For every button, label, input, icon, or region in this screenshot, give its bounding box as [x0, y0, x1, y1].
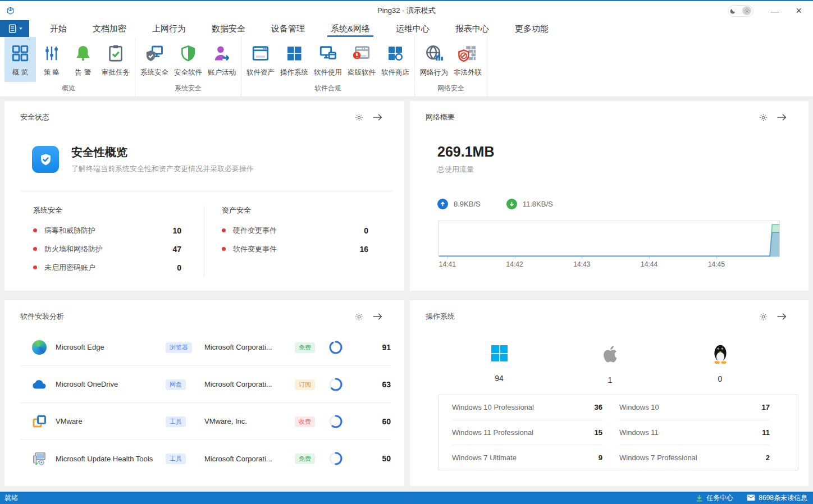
file-menu-icon: [7, 24, 17, 34]
list-item[interactable]: 病毒和威胁防护 10: [33, 221, 181, 240]
download-arrow-icon: [506, 199, 517, 209]
network-traffic-chart: [439, 221, 780, 257]
tab-system-network[interactable]: 系统&网络: [318, 20, 383, 37]
install-ratio-ring: [328, 451, 343, 466]
app-window: Ping32 - 演示模式 — × 开始 文档加密 上网行为: [0, 0, 813, 504]
total-traffic-label: 总使用流量: [437, 164, 474, 175]
software-row-edge[interactable]: Microsoft Edge 浏览器 Microsoft Corporati..…: [20, 329, 391, 366]
caret-down-icon: [19, 28, 22, 30]
install-ratio-ring: [328, 340, 343, 355]
ribbon-button-system-security[interactable]: 系统安全: [138, 37, 171, 82]
approval-clipboard-icon: [105, 42, 126, 65]
gear-icon[interactable]: [355, 313, 363, 321]
list-item[interactable]: 防火墙和网络防护 47: [33, 240, 181, 258]
list-item[interactable]: 硬件变更事件 0: [222, 221, 368, 240]
ribbon-button-software-usage[interactable]: 软件使用: [311, 37, 345, 82]
theme-toggle[interactable]: [728, 5, 753, 17]
ribbon-button-account-activity[interactable]: 账户活动: [205, 37, 239, 82]
red-dot-icon: [33, 228, 37, 232]
green-shield-icon: [177, 42, 199, 65]
ribbon-button-approval-tasks[interactable]: 审批任务: [99, 37, 133, 82]
arrow-right-icon[interactable]: [777, 113, 787, 121]
tab-web-behavior[interactable]: 上网行为: [139, 20, 199, 37]
arrow-right-icon[interactable]: [777, 313, 787, 320]
tab-more-features[interactable]: 更多功能: [502, 20, 561, 37]
install-ratio-ring: [328, 414, 343, 429]
chart-tick-label: 14:44: [641, 260, 657, 268]
chart-tick-label: 14:45: [708, 260, 725, 268]
msupdate-app-icon: [32, 451, 47, 466]
ribbon-button-security-software[interactable]: 安全软件: [171, 37, 205, 82]
file-menu-button[interactable]: [0, 20, 29, 37]
red-dot-icon: [33, 247, 37, 251]
ribbon-button-overview[interactable]: 概 览: [4, 37, 36, 82]
windows-squares-icon: [284, 42, 305, 65]
tab-device-management[interactable]: 设备管理: [258, 20, 318, 37]
category-badge: 工具: [166, 453, 186, 464]
ribbon-button-operating-system[interactable]: 操作系统: [277, 37, 311, 82]
price-badge: 订阅: [295, 379, 315, 390]
ribbon-button-software-store[interactable]: 软件商店: [378, 37, 412, 82]
ribbon-button-network-behavior[interactable]: 网络行为: [417, 37, 451, 82]
install-count: 50: [373, 454, 391, 463]
table-row: Windows 7 Professional 2: [619, 445, 770, 470]
unread-messages-button[interactable]: 8698条未读信息: [747, 493, 807, 503]
panel-software-analysis: 软件安装分析 Microsoft Edge 浏览器 Microsoft Corp…: [4, 300, 404, 486]
download-tray-icon: [696, 494, 703, 502]
ribbon-group-label: 网络安全: [417, 82, 485, 97]
ribbon-button-pirated-software[interactable]: 盗版软件: [345, 37, 378, 82]
tab-doc-encryption[interactable]: 文档加密: [80, 20, 139, 37]
arrow-right-icon[interactable]: [372, 113, 383, 121]
security-overview-subtitle: 了解终端当前系统安全性和资产变更情况并采取必要操作: [71, 164, 254, 174]
tab-report-center[interactable]: 报表中心: [442, 20, 502, 37]
edge-app-icon: [32, 340, 47, 355]
software-row-vmware[interactable]: VMware 工具 VMware, Inc. 收费 60: [20, 403, 391, 440]
list-item[interactable]: 未启用密码账户 0: [33, 258, 181, 277]
panel-security-status: 安全状态 安全性概览 了解终端当前系统安全性和资产变更情况并采取必要操作: [4, 101, 404, 291]
ribbon-group-overview: 概 览 策 略 告 警: [4, 37, 135, 97]
ribbon-group-label: 系统安全: [138, 82, 239, 97]
network-chart-ticks: 14:4114:4214:4314:4414:45: [439, 260, 780, 269]
total-traffic-value: 269.1MB: [437, 144, 494, 160]
os-version-table: Windows 10 Professional 36 Windows 10 17…: [438, 395, 798, 470]
linux-tux-icon: [711, 343, 730, 366]
ribbon-button-alerts[interactable]: 告 警: [67, 37, 99, 82]
user-arrow-icon: [211, 42, 232, 65]
list-item[interactable]: 软件变更事件 16: [222, 240, 368, 258]
panel-network-summary: 网络概要 269.1MB 总使用流量 8.9KB/S: [410, 101, 809, 291]
tab-data-security[interactable]: 数据安全: [199, 20, 258, 37]
system-security-column: 系统安全 病毒和威胁防护 10 防火墙和网络防护 47 未启用密码账户: [33, 205, 181, 277]
close-button[interactable]: ×: [796, 6, 802, 16]
asset-security-column: 资产安全 硬件变更事件 0 软件变更事件 16: [204, 205, 368, 277]
statusbar: 就绪 任务中心 8698条未读信息: [0, 492, 813, 504]
tab-ops-center[interactable]: 运维中心: [383, 20, 442, 37]
ribbon-button-software-assets[interactable]: 软件资产: [244, 37, 277, 82]
software-row-onedrive[interactable]: Microsoft OneDrive 网盘 Microsoft Corporat…: [20, 366, 391, 403]
table-row: Windows 11 Professional 15: [452, 420, 602, 446]
gear-icon[interactable]: [355, 113, 363, 122]
vmware-app-icon: [32, 414, 47, 429]
minimize-button[interactable]: —: [770, 7, 779, 15]
panel-title: 网络概要: [426, 112, 455, 122]
table-row: Windows 7 Ultimate 9: [452, 445, 602, 470]
install-count: 63: [373, 380, 391, 389]
ribbon-button-policy[interactable]: 策 略: [36, 37, 67, 82]
software-row-update-health-tools[interactable]: Microsoft Update Health Tools 工具 Microso…: [20, 440, 391, 477]
chart-tick-label: 14:42: [506, 260, 523, 268]
os-apple-summary: 1: [600, 343, 620, 384]
titlebar: Ping32 - 演示模式 — ×: [0, 1, 813, 20]
arrow-right-icon[interactable]: [372, 313, 383, 320]
task-center-button[interactable]: 任务中心: [696, 493, 733, 503]
ribbon-button-illegal-connection[interactable]: 非法外联: [451, 37, 485, 82]
gear-icon[interactable]: [759, 113, 768, 122]
red-dot-icon: [222, 228, 226, 232]
security-overview-title: 安全性概览: [71, 145, 254, 160]
price-badge: 收费: [295, 416, 315, 427]
apple-logo-icon: [600, 343, 620, 368]
gear-icon[interactable]: [759, 313, 768, 321]
download-speed: 11.8KB/S: [506, 199, 553, 209]
tab-start[interactable]: 开始: [37, 20, 80, 37]
table-row: Windows 11 11: [619, 420, 770, 446]
windows-logo-icon: [489, 343, 510, 366]
security-shield-icon: [32, 146, 59, 173]
